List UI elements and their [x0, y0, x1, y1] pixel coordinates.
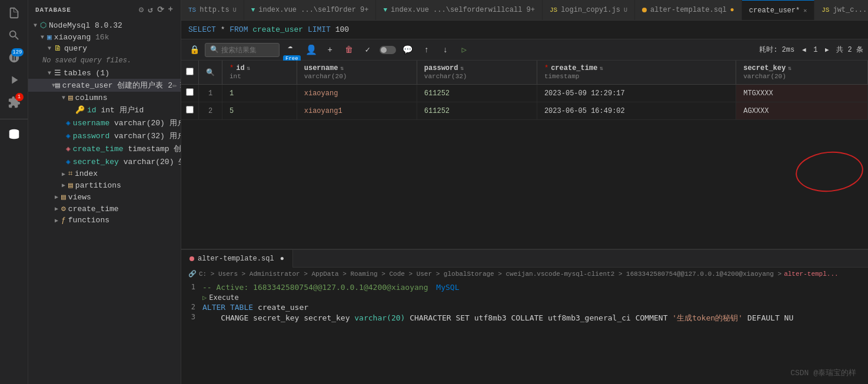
tree-node-mysql[interactable]: ▼ ⬡ NodeMysql 8.0.32 — [28, 19, 181, 31]
tree-col-create-time[interactable]: ◈ create_time timestamp 创建时间 — [28, 142, 181, 155]
col-header-secret-key[interactable]: secret_key ⇅ varchar(20) — [736, 61, 868, 85]
list-icon[interactable]: ☰ — [179, 81, 181, 90]
row1-checkbox[interactable] — [181, 85, 199, 102]
sql-editor-line: SELECT * FROM create_user LIMIT 100 — [181, 21, 868, 39]
col-header-username[interactable]: username ⇅ varchar(20) — [297, 61, 417, 85]
tree-views[interactable]: ▶ ▤ views — [28, 191, 181, 203]
sort-secret-icon[interactable]: ⇅ — [788, 65, 791, 72]
tree-partitions[interactable]: ▶ ▤ partitions — [28, 179, 181, 191]
debug-icon[interactable] — [4, 69, 25, 91]
row1-username[interactable]: xiaoyang — [297, 85, 417, 102]
down-icon[interactable]: ↓ — [437, 42, 454, 58]
lock-icon[interactable]: 🔒 — [186, 42, 202, 58]
col-header-password[interactable]: password ⇅ varchar(32) — [417, 61, 537, 85]
check-icon[interactable]: ✓ — [360, 42, 376, 58]
tree-procedures[interactable]: ▶ ⚙ create_time — [28, 203, 181, 215]
toggle-switch[interactable] — [380, 46, 396, 54]
select-all-checkbox[interactable] — [186, 68, 194, 75]
tree-xiaoyang[interactable]: ▼ ▣ xiaoyang 16k — [28, 31, 181, 43]
chevron-down: ▼ — [31, 22, 40, 29]
row2-secret-key[interactable]: AGXXXX — [736, 102, 868, 120]
code-line-3: 3 CHANGE secret_key secret_key varchar(2… — [181, 312, 868, 324]
sort-id-icon[interactable]: ⇅ — [247, 65, 251, 72]
key-icon: 🔑 — [75, 105, 85, 115]
bottom-tabs: alter-template.sql ● — [181, 250, 868, 268]
tree-col-password[interactable]: ◈ password varchar(32) 用户密码 — [28, 129, 181, 142]
tab-index-vue-will[interactable]: ▼ index.vue ...\selforderwillcall 9+ — [376, 0, 542, 21]
avatar-icon[interactable]: 👤 — [303, 42, 320, 58]
tab-login-copy[interactable]: JS login_copy1.js U — [543, 0, 635, 21]
checkbox-header[interactable] — [181, 61, 199, 85]
chevron-right2: ▶ — [59, 182, 68, 189]
row1-secret-key[interactable]: MTGXXXX — [736, 85, 868, 102]
results-table: 🔍 * id ⇅ int username — [181, 61, 868, 120]
col-header-create-time[interactable]: * create_time ⇅ timestamp — [537, 61, 736, 85]
row2-create-time[interactable]: 2023-06-05 16:49:02 — [537, 102, 736, 120]
modified-dot: ● — [280, 255, 284, 263]
tab-jwt[interactable]: JS jwt_c... — [814, 0, 868, 21]
extensions-badge: 1 — [15, 93, 24, 101]
next-page-btn[interactable]: ▶ — [821, 44, 833, 56]
chevron-down: ▼ — [38, 34, 47, 41]
chevron-down: ▼ — [59, 95, 68, 101]
sort-password-icon[interactable]: ⇅ — [460, 65, 464, 72]
bottom-tab-alter-template[interactable]: alter-template.sql ● — [181, 250, 293, 268]
timing-info: 耗时: 2ms ◀ 1 ▶ 共 2 条 — [759, 44, 863, 56]
files-icon[interactable] — [4, 2, 25, 24]
tab-alter-template[interactable]: alter-template.sql ● — [635, 0, 742, 21]
cloud-icon[interactable]: ☁ — [282, 38, 298, 54]
git-icon[interactable]: 129 — [4, 47, 25, 68]
tab-index-vue-self[interactable]: ▼ index.vue ...\selfOrder 9+ — [244, 0, 377, 21]
prev-page-btn[interactable]: ◀ — [798, 44, 810, 56]
breadcrumb: 🔗 C: > Users > Administrator > AppData >… — [181, 268, 868, 280]
functions-label: functions — [68, 216, 109, 225]
page-num: 1 — [813, 46, 817, 54]
col-header-id[interactable]: * id ⇅ int — [222, 61, 297, 85]
reload-icon[interactable]: ⟳ — [157, 5, 165, 15]
sql-dot — [642, 8, 647, 12]
search-input[interactable] — [221, 46, 274, 54]
delete-row-icon[interactable]: 🗑 — [341, 42, 357, 58]
tab-create-user[interactable]: create_user* ✕ — [742, 0, 814, 21]
comment-icon[interactable]: 💬 — [400, 42, 416, 58]
tree-create-user[interactable]: ▼ ▤ create_user 创建的用户表 2 ✏ ☰ ⋯ — [28, 79, 181, 92]
search-icon[interactable] — [4, 25, 25, 46]
edit-icon[interactable]: ✏ — [172, 81, 177, 90]
refresh-icon[interactable]: ↺ — [148, 5, 153, 15]
tab-http-ts[interactable]: TS http.ts U — [181, 0, 244, 21]
row2-password[interactable]: 611252 — [417, 102, 537, 120]
row2-username[interactable]: xiaoyang1 — [297, 102, 417, 120]
tab-close-icon[interactable]: ✕ — [803, 7, 807, 14]
sort-username-icon[interactable]: ⇅ — [340, 65, 344, 72]
tree-col-id[interactable]: 🔑 id int 用户id — [28, 103, 181, 116]
extensions-icon[interactable]: 1 — [4, 92, 25, 113]
up-icon[interactable]: ↑ — [418, 42, 435, 58]
tree-tables[interactable]: ▼ ☰ tables (1) — [28, 67, 181, 79]
tree-query[interactable]: ▼ 🗎 query — [28, 43, 181, 54]
total-label: 共 2 条 — [836, 45, 863, 55]
tree-col-username[interactable]: ◈ username varchar(20) 用户名 — [28, 116, 181, 129]
sort-time-icon[interactable]: ⇅ — [600, 65, 603, 72]
sidebar-header: DATABASE ⚙ ↺ ⟳ + — [28, 0, 181, 19]
row1-id[interactable]: 1 — [222, 85, 297, 102]
execute-button[interactable]: ▷ Execute — [202, 293, 239, 302]
row1-create-time[interactable]: 2023-05-09 12:29:17 — [537, 85, 736, 102]
gear-icon[interactable]: ⚙ — [139, 5, 144, 15]
col-icon3: ◈ — [66, 157, 71, 166]
row2-checkbox[interactable] — [181, 102, 199, 120]
row1-password[interactable]: 611252 — [417, 85, 537, 102]
tree-columns[interactable]: ▼ ▤ columns — [28, 92, 181, 103]
tree-col-secret-key[interactable]: ◈ secret_key varchar(20) 生成token的秘钥 — [28, 155, 181, 168]
add-icon[interactable]: + — [168, 5, 174, 15]
col-icon2: ◈ — [66, 131, 71, 141]
toolbar: 🔒 🔍 ☁ Free 👤 + 🗑 ✓ 💬 ↑ ↓ ▷ 耗时: 2ms ◀ 1 ▶… — [181, 39, 868, 61]
tree-functions[interactable]: ▶ ƒ functions — [28, 215, 181, 226]
database-icon[interactable] — [4, 124, 25, 145]
code-editor[interactable]: 1 -- Active: 1683342580754@@127.0.0.1@42… — [181, 280, 868, 384]
tree-index[interactable]: ▶ ⌗ index — [28, 168, 181, 179]
add-row-icon[interactable]: + — [322, 42, 338, 58]
row2-id[interactable]: 5 — [222, 102, 297, 120]
search-icon2: 🔍 — [210, 45, 219, 54]
code-line-2: 2 ALTER TABLE create_user — [181, 302, 868, 312]
play-icon[interactable]: ▷ — [456, 42, 473, 58]
